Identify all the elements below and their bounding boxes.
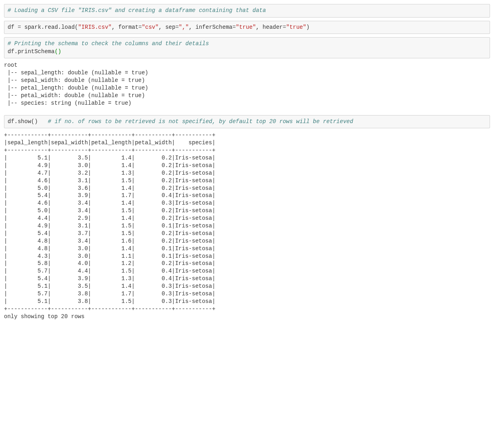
code-token: = [139, 24, 142, 30]
code-cell-1[interactable]: # Loading a CSV file "IRIS.csv" and crea… [4, 4, 490, 18]
string-literal: "csv" [142, 24, 159, 30]
comment-text: # if no. of rows to be retrieved is not … [48, 118, 353, 125]
code-token: df [8, 24, 18, 30]
comment-text: # Loading a CSV file "IRIS.csv" and crea… [8, 7, 266, 14]
code-cell-3[interactable]: # Printing the schema to check the colum… [4, 37, 490, 58]
comment-text: # Printing the schema to check the colum… [8, 40, 209, 47]
code-cell-2[interactable]: df = spark.read.load("IRIS.csv", format=… [4, 21, 490, 34]
code-token: df.printSchema [8, 48, 55, 55]
code-token: = [175, 24, 179, 30]
code-token: ) [306, 24, 309, 30]
code-cell-4[interactable]: df.show() # if no. of rows to be retriev… [4, 115, 490, 129]
string-literal: "," [179, 24, 189, 30]
code-token: , sep [159, 24, 175, 30]
code-token: spark.read.load( [21, 24, 78, 30]
code-token: = [18, 24, 21, 30]
code-token: () [55, 48, 62, 55]
code-token: , inferSchema [189, 24, 232, 30]
string-literal: "true" [236, 24, 256, 30]
code-token: df.show() [8, 118, 48, 125]
schema-output: root |-- sepal_length: double (nullable … [4, 62, 490, 107]
code-token: , header [256, 24, 283, 30]
code-token: , format [111, 24, 138, 30]
table-output: +------------+-----------+------------+-… [4, 131, 490, 320]
string-literal: "true" [286, 24, 306, 30]
string-literal: "IRIS.csv" [78, 24, 111, 30]
